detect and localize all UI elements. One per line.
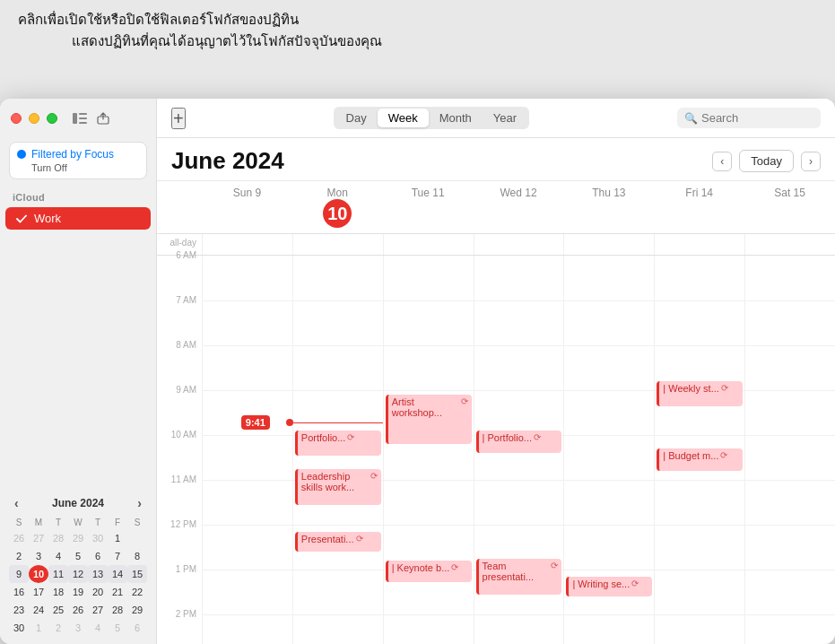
mini-cal-day[interactable]: 12 <box>68 565 88 583</box>
mini-cal-day[interactable]: 28 <box>48 529 68 547</box>
mini-cal-dow-t2: T <box>88 516 108 529</box>
turn-off-text[interactable]: Turn Off <box>31 162 139 173</box>
event-title: | Keynote b... <box>392 562 450 573</box>
mini-cal-day[interactable]: 16 <box>9 583 29 601</box>
minimize-button[interactable] <box>29 113 39 124</box>
mini-cal-day[interactable]: 30 <box>9 619 29 637</box>
mini-cal-day[interactable]: 4 <box>88 619 108 637</box>
main-toolbar: + Day Week Month Year 🔍 <box>157 99 835 138</box>
mini-cal-day-today[interactable]: 10 <box>29 565 48 583</box>
event-portfolio-mon[interactable]: Portfolio... ⟳ <box>295 431 381 456</box>
mini-cal-day[interactable]: 23 <box>9 601 29 619</box>
day-col-fri[interactable]: | Weekly st... ⟳ | Budget m... ⟳ <box>654 256 744 644</box>
time-8am: 8 AM <box>157 345 202 390</box>
day-col-sun[interactable] <box>202 256 292 644</box>
mini-cal-next[interactable]: › <box>134 494 145 512</box>
mini-cal-day[interactable]: 7 <box>108 547 127 565</box>
mini-cal-day[interactable]: 26 <box>68 601 88 619</box>
mini-cal-day[interactable]: 26 <box>9 529 29 547</box>
mini-cal-day[interactable]: 28 <box>108 601 127 619</box>
sidebar-toggle-icon[interactable] <box>72 110 88 126</box>
event-keynote[interactable]: | Keynote b... ⟳ <box>386 561 472 582</box>
mini-calendar: ‹ June 2024 › S M T W T F S <box>0 487 156 644</box>
mini-cal-day[interactable]: 25 <box>48 601 68 619</box>
event-leadership-mon[interactable]: Leadership skills work... ⟳ <box>295 469 381 505</box>
view-week-button[interactable]: Week <box>378 109 429 127</box>
mini-cal-day[interactable]: 8 <box>127 547 147 565</box>
mini-cal-day[interactable]: 1 <box>108 529 127 547</box>
mini-cal-day[interactable]: 15 <box>127 565 147 583</box>
mini-cal-day[interactable]: 24 <box>29 601 48 619</box>
mini-cal-day[interactable]: 6 <box>127 619 147 637</box>
event-presentation-mon[interactable]: Presentati... ⟳ <box>295 532 381 552</box>
mini-cal-day[interactable]: 21 <box>108 583 127 601</box>
view-year-button[interactable]: Year <box>483 109 527 127</box>
mini-cal-day[interactable]: 4 <box>48 547 68 565</box>
today-button[interactable]: Today <box>739 150 794 172</box>
mini-cal-day[interactable]: 11 <box>48 565 68 583</box>
mini-cal-day[interactable]: 27 <box>88 601 108 619</box>
share-icon[interactable] <box>95 110 111 126</box>
event-weekly-standup[interactable]: | Weekly st... ⟳ <box>657 381 743 406</box>
time-11am: 11 AM <box>157 480 202 525</box>
event-writing-session[interactable]: | Writing se... ⟳ <box>566 577 652 596</box>
search-input[interactable] <box>701 111 809 125</box>
mini-cal-prev[interactable]: ‹ <box>11 494 22 512</box>
nav-next-button[interactable]: › <box>801 152 821 171</box>
mini-cal-day[interactable]: 9 <box>9 565 29 583</box>
day-col-tue[interactable]: Artist workshop... ⟳ | Keynote b... ⟳ <box>383 256 474 644</box>
mini-cal-day[interactable]: 2 <box>48 619 68 637</box>
mini-cal-day[interactable]: 5 <box>108 619 127 637</box>
focus-filter-banner[interactable]: Filtered by Focus Turn Off <box>9 142 147 179</box>
day-headers: Sun 9 Mon 10 Tue 11 Wed 12 Thu 13 Fri 14 <box>157 181 835 234</box>
view-day-button[interactable]: Day <box>335 109 378 127</box>
mini-cal-day[interactable]: 29 <box>68 529 88 547</box>
calendar-item-work[interactable]: Work <box>5 207 151 230</box>
mini-cal-dow-s1: S <box>9 516 29 529</box>
event-artist-workshop[interactable]: Artist workshop... ⟳ <box>386 395 472 444</box>
mini-cal-day[interactable]: 6 <box>88 547 108 565</box>
all-day-mon <box>292 234 383 255</box>
all-day-sun <box>202 234 292 255</box>
day-col-mon[interactable]: 9:41 Portfolio... ⟳ Leadership skills wo… <box>292 256 383 644</box>
hour-line <box>203 435 292 436</box>
mini-cal-day[interactable]: 1 <box>29 619 48 637</box>
mini-cal-day[interactable]: 3 <box>68 619 88 637</box>
day-col-thu[interactable]: | Writing se... ⟳ <box>563 256 654 644</box>
maximize-button[interactable] <box>47 113 57 124</box>
mini-cal-day[interactable]: 14 <box>108 565 127 583</box>
event-portfolio-wed[interactable]: | Portfolio... ⟳ <box>476 431 562 453</box>
close-button[interactable] <box>11 113 22 124</box>
event-budget-meeting[interactable]: | Budget m... ⟳ <box>657 448 743 471</box>
mini-cal-day[interactable]: 20 <box>88 583 108 601</box>
app-window: Filtered by Focus Turn Off iCloud Work ‹… <box>0 99 835 644</box>
add-event-button[interactable]: + <box>171 108 186 129</box>
day-col-sat[interactable] <box>744 256 835 644</box>
day-col-wed[interactable]: | Portfolio... ⟳ Team presentati... ⟳ <box>474 256 564 644</box>
mini-cal-day[interactable] <box>127 529 147 547</box>
icloud-section-label: iCloud <box>0 183 156 206</box>
event-title: Presentati... <box>301 534 354 544</box>
mini-cal-day[interactable]: 30 <box>88 529 108 547</box>
view-month-button[interactable]: Month <box>429 109 483 127</box>
search-box[interactable]: 🔍 <box>677 108 821 128</box>
event-title: | Portfolio... <box>483 432 532 443</box>
mini-cal-day[interactable]: 2 <box>9 547 29 565</box>
mini-cal-day[interactable]: 27 <box>29 529 48 547</box>
cal-header: June 2024 ‹ Today › <box>157 138 835 181</box>
mini-cal-day[interactable]: 18 <box>48 583 68 601</box>
all-day-row: all-day <box>157 234 835 256</box>
mini-cal-day[interactable]: 22 <box>127 583 147 601</box>
repeat-icon: ⟳ <box>631 579 639 588</box>
mini-cal-day[interactable]: 13 <box>88 565 108 583</box>
event-team-presentation[interactable]: Team presentati... ⟳ <box>476 559 562 595</box>
event-title: | Budget m... <box>663 450 718 461</box>
mini-cal-day[interactable]: 17 <box>29 583 48 601</box>
mini-cal-day[interactable]: 19 <box>68 583 88 601</box>
mini-cal-day[interactable]: 3 <box>29 547 48 565</box>
mini-cal-day[interactable]: 5 <box>68 547 88 565</box>
nav-prev-button[interactable]: ‹ <box>712 152 732 171</box>
tooltip-line2: แสดงปฏิทินที่คุณได้อนุญาตไว้ในโฟกัสปัจจุ… <box>72 30 817 52</box>
mini-cal-day[interactable]: 29 <box>127 601 147 619</box>
event-title: | Weekly st... <box>663 383 719 394</box>
